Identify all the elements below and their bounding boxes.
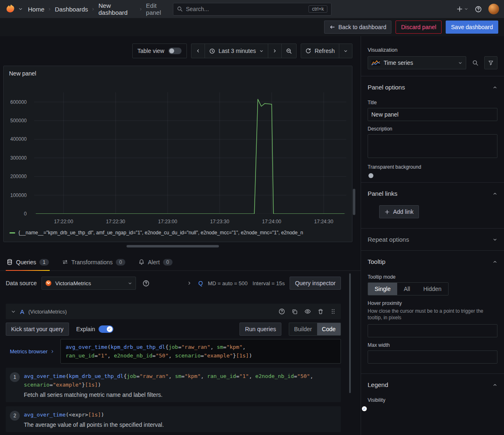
explain-toggle[interactable] — [99, 325, 113, 333]
query-code-editor[interactable]: avg_over_time(kpm_drb_ue_thp_dl{job="raw… — [60, 339, 341, 364]
breadcrumb: Home Dashboards New dashboard Edit panel — [28, 2, 170, 16]
tooltip-mode-label: Tooltip mode — [368, 274, 497, 280]
queries-scrollbar-thumb[interactable] — [349, 273, 351, 393]
chevron-down-icon[interactable] — [11, 309, 16, 314]
step-code: avg_over_time(kpm_drb_ue_thp_dl{job="raw… — [24, 372, 335, 389]
grafana-logo[interactable] — [5, 3, 24, 15]
tooltip-mode-all[interactable]: All — [397, 283, 417, 295]
datasource-help-button[interactable] — [141, 278, 151, 288]
drag-handle-icon[interactable] — [330, 309, 336, 314]
chevron-right-icon — [139, 7, 143, 11]
chevron-up-icon — [492, 191, 497, 196]
tooltip-header[interactable]: Tooltip — [361, 251, 504, 272]
h-scrollbar-thumb[interactable] — [127, 245, 219, 247]
viz-filter-button[interactable] — [484, 56, 497, 69]
query-expression-line: avg_over_time(kpm_drb_ue_thp_dl{job="raw… — [66, 343, 336, 351]
step-description: Fetch all series matching metric name an… — [24, 392, 335, 398]
h-scrollbar — [3, 245, 352, 248]
duplicate-query-icon[interactable] — [292, 309, 298, 315]
kick-start-button[interactable]: Kick start your query — [6, 323, 69, 336]
step-code: avg_over_time(<expr>[1s]) — [24, 410, 335, 419]
queries-section: Data source VictoriaMetrics — [0, 271, 361, 432]
avatar[interactable] — [488, 4, 499, 14]
tooltip-mode-radio: Single All Hidden — [368, 282, 449, 295]
search-input[interactable]: Search... ctrl+k — [173, 3, 331, 16]
legend-header[interactable]: Legend — [361, 374, 504, 396]
legend-section: Legend Visibility — [361, 373, 504, 415]
refresh-controls: Refresh — [301, 44, 352, 58]
chevron-down-icon — [259, 49, 264, 53]
legend-label: {__name__="kpm_drb_ue_thp_dl", amf_ue_ng… — [18, 230, 303, 236]
chevron-left-icon — [196, 48, 200, 53]
search-shortcut: ctrl+k — [308, 5, 327, 13]
code-option[interactable]: Code — [317, 323, 341, 335]
help-button[interactable] — [475, 6, 482, 13]
discard-button[interactable]: Discard panel — [396, 21, 442, 34]
time-shift-forward-button[interactable] — [268, 44, 281, 58]
main-scrollbar-thumb[interactable] — [353, 189, 355, 215]
datasource-picker[interactable]: VictoriaMetrics — [41, 277, 136, 290]
table-view-group: Table view — [132, 44, 187, 58]
delete-query-trash-icon[interactable] — [318, 309, 324, 315]
query-row-header[interactable]: A (VictoriaMetrics) — [6, 304, 341, 319]
builder-option[interactable]: Builder — [289, 323, 317, 335]
breadcrumb-new-dashboard[interactable]: New dashboard — [99, 2, 136, 16]
query-inspector-button[interactable]: Query inspector — [290, 277, 341, 290]
query-toolbar: Kick start your query Explain Run querie… — [6, 323, 341, 336]
run-queries-button[interactable]: Run queries — [239, 323, 281, 336]
chevron-down-icon — [18, 7, 23, 11]
hover-proximity-description: How close the cursor must be to a point … — [368, 308, 497, 321]
max-width-label: Max width — [368, 342, 497, 348]
search-icon — [472, 60, 479, 66]
max-width-input[interactable] — [368, 350, 497, 364]
query-options-letter: Q — [198, 280, 203, 286]
filter-funnel-icon — [488, 60, 494, 66]
metrics-browser-button[interactable]: Metrics browser — [6, 348, 55, 355]
tab-transformations[interactable]: Transformations 0 — [61, 254, 126, 270]
new-menu-button[interactable] — [456, 6, 468, 12]
visualization-label: Visualization — [368, 47, 497, 53]
panel-title: New panel — [9, 70, 36, 77]
transform-icon — [62, 259, 68, 265]
chevron-down-icon — [464, 7, 468, 11]
refresh-interval-dropdown[interactable] — [339, 44, 352, 58]
time-controls: Last 3 minutes — [191, 44, 297, 58]
panel-links-header[interactable]: Panel links — [361, 183, 504, 204]
viz-search-button[interactable] — [469, 56, 482, 69]
zoom-out-button[interactable] — [281, 44, 296, 58]
description-input[interactable] — [368, 134, 497, 158]
step-description: The average value of all points in the s… — [24, 421, 335, 428]
back-button[interactable]: Back to dashboard — [324, 21, 392, 34]
breadcrumb-home[interactable]: Home — [28, 6, 44, 13]
visualization-picker[interactable]: Time series — [368, 56, 466, 69]
time-shift-back-button[interactable] — [191, 44, 205, 58]
hide-query-eye-icon[interactable] — [304, 308, 311, 315]
query-help-icon[interactable] — [278, 308, 285, 315]
chevron-up-icon — [492, 382, 497, 387]
tab-alert[interactable]: Alert 0 — [138, 254, 173, 270]
tab-count-badge: 0 — [163, 259, 173, 266]
legend-visibility-label: Visibility — [368, 397, 497, 403]
table-view-toggle[interactable] — [168, 48, 182, 54]
tab-queries[interactable]: Queries 1 — [6, 254, 50, 270]
legend-swatch — [9, 232, 15, 234]
hover-proximity-input[interactable] — [368, 324, 497, 337]
query-options-toggle[interactable] — [185, 279, 193, 287]
transparent-background-label: Transparent background — [368, 164, 497, 170]
add-link-button[interactable]: Add link — [379, 205, 419, 218]
chevron-up-icon — [492, 85, 497, 90]
save-button[interactable]: Save dashboard — [446, 21, 498, 34]
breadcrumb-dashboards[interactable]: Dashboards — [55, 6, 88, 13]
tooltip-mode-single[interactable]: Single — [368, 283, 397, 295]
chevron-up-icon — [492, 259, 497, 264]
title-input[interactable] — [368, 108, 497, 121]
tooltip-mode-hidden[interactable]: Hidden — [417, 283, 448, 295]
chart-legend[interactable]: {__name__="kpm_drb_ue_thp_dl", amf_ue_ng… — [9, 229, 349, 237]
plus-icon — [384, 209, 390, 215]
refresh-button[interactable]: Refresh — [301, 44, 339, 58]
panel-options-header[interactable]: Panel options — [361, 76, 504, 98]
repeat-options-header[interactable]: Repeat options — [361, 229, 504, 250]
clock-icon — [209, 48, 215, 54]
time-range-picker[interactable]: Last 3 minutes — [205, 44, 268, 58]
panel-preview[interactable]: New panel 010000020000030000040000050000… — [3, 66, 352, 242]
